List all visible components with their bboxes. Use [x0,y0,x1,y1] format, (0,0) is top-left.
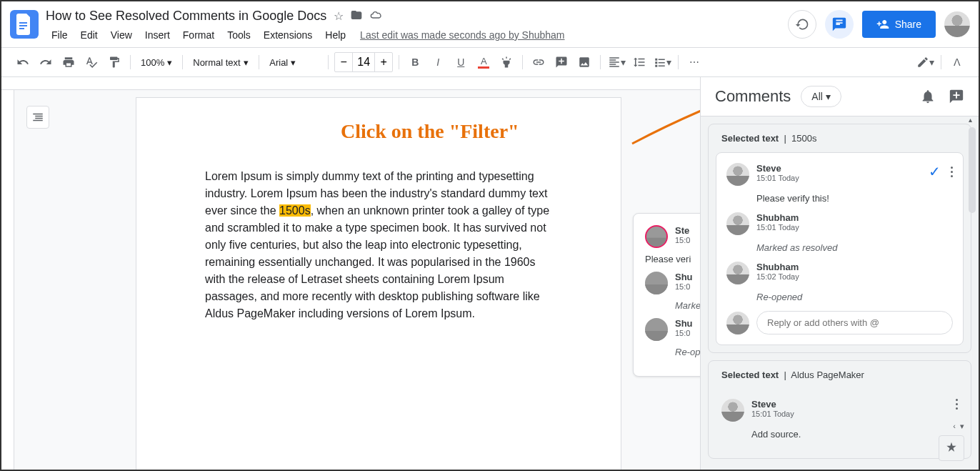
underline-button[interactable]: U [451,52,471,72]
scrollbar[interactable]: ▴ [967,117,977,467]
zoom-select[interactable]: 100%▾ [136,52,176,72]
font-size-increase[interactable]: + [375,56,392,69]
cloud-icon[interactable] [369,9,382,23]
editing-mode-button[interactable]: ▾ [915,52,935,72]
outline-toggle-button[interactable] [26,106,49,129]
comment-time: 15:01 Today [756,174,799,182]
avatar [645,225,668,248]
outline-icon [31,111,44,124]
move-icon[interactable] [351,9,362,23]
font-size-value[interactable]: 14 [352,53,375,71]
comment-menu-button[interactable] [956,399,958,410]
redo-button[interactable] [36,52,56,72]
link-button[interactable] [529,52,549,72]
app-header: How to See Resolved Comments in Google D… [1,1,979,47]
paint-format-button[interactable] [104,52,124,72]
image-button[interactable] [574,52,594,72]
docs-logo[interactable] [10,10,39,39]
user-avatar[interactable] [944,11,970,37]
reply-input[interactable] [756,311,953,334]
scroll-chevrons[interactable]: ‹ ▾ [953,422,964,431]
avatar [726,163,749,186]
comment-time: 15:01 Today [751,410,794,418]
menu-bar: File Edit View Insert Format Tools Exten… [46,26,788,44]
svg-rect-0 [19,22,27,24]
explore-button[interactable] [939,435,964,461]
align-button[interactable]: ▾ [606,52,626,72]
undo-button[interactable] [13,52,33,72]
bold-button[interactable]: B [405,52,425,72]
highlighted-text: 1500s [279,204,311,217]
new-comment-button[interactable] [949,89,964,104]
style-select[interactable]: Normal text▾ [189,52,253,72]
avatar [721,399,744,422]
comments-panel-header: Comments All ▾ [701,77,979,116]
commenter-name: Steve [756,163,799,174]
menu-help[interactable]: Help [319,26,351,44]
collapse-button[interactable]: ᐱ [947,52,967,72]
line-spacing-button[interactable] [629,52,649,72]
menu-insert[interactable]: Insert [139,26,176,44]
main-area: Click on the "Filter" Lorem Ipsum is sim… [1,77,979,470]
menu-format[interactable]: Format [177,26,220,44]
comment-thread[interactable]: Selected text | 1500s Steve 15:01 Today … [708,124,971,353]
comment-body: Please verify this! [756,193,953,204]
history-button[interactable] [788,10,816,39]
print-button[interactable] [59,52,79,72]
document-area: Click on the "Filter" Lorem Ipsum is sim… [1,77,700,470]
checklist-button[interactable]: ▾ [652,52,672,72]
comments-filter-button[interactable]: All ▾ [801,86,841,107]
font-size-control: − 14 + [334,52,393,72]
italic-button[interactable]: I [428,52,448,72]
margin-comment-card[interactable]: Ste15:0 Please veri Shu15:0 Marked as Sh… [633,213,700,377]
menu-file[interactable]: File [46,26,74,44]
scrollbar-thumb[interactable] [969,127,976,213]
spellcheck-button[interactable] [81,52,101,72]
comments-list[interactable]: Selected text | 1500s Steve 15:01 Today … [701,116,979,470]
thread-selected-text: Selected text | 1500s [709,124,971,152]
comment-thread[interactable]: Selected text | Aldus PageMaker Steve 15… [708,360,971,459]
comment-time: 15:01 Today [756,223,799,232]
svg-rect-2 [19,28,24,29]
star-icon[interactable]: ☆ [334,9,344,23]
avatar [726,312,749,334]
horizontal-ruler[interactable] [1,77,700,90]
comment-status: Marked as resolved [756,242,953,253]
share-button[interactable]: Share [862,11,936,38]
filter-label: All [811,91,823,102]
commenter-name: Shubham [756,212,799,223]
last-edit-link[interactable]: Last edit was made seconds ago by Shubha… [360,29,564,41]
vertical-ruler[interactable] [1,90,14,470]
document-page[interactable]: Lorem Ipsum is simply dummy text of the … [136,97,621,470]
comments-toggle-button[interactable] [825,10,854,39]
menu-view[interactable]: View [105,26,138,44]
menu-edit[interactable]: Edit [75,26,104,44]
menu-tools[interactable]: Tools [221,26,256,44]
chevron-down-icon: ▾ [244,57,249,68]
avatar [645,272,668,294]
font-select[interactable]: Arial▾ [265,52,322,72]
chevron-down-icon: ▾ [167,57,172,68]
doc-title[interactable]: How to See Resolved Comments in Google D… [46,9,326,24]
document-text: Lorem Ipsum is simply dummy text of the … [205,168,552,322]
notifications-button[interactable] [920,89,936,104]
menu-extensions[interactable]: Extensions [258,26,318,44]
resolve-button[interactable]: ✓ [929,163,941,180]
highlight-button[interactable] [496,52,516,72]
comments-panel: Comments All ▾ Selected text | 1500s [700,77,979,470]
comment-menu-button[interactable] [951,167,953,177]
comment-status: Marked as [675,300,700,311]
comment-body: Please veri [645,254,700,264]
add-comment-button[interactable] [551,52,571,72]
font-size-decrease[interactable]: − [335,56,352,69]
svg-rect-1 [19,25,27,26]
person-add-icon [876,18,889,31]
comment-status: Re-opened [756,292,953,302]
comment-icon [831,16,847,32]
avatar [726,262,749,284]
comment-body: Add source. [751,429,958,440]
commenter-name: Shubham [756,262,799,272]
comment-status: Re-opened [675,347,700,357]
text-color-button[interactable]: A [474,52,494,72]
more-button[interactable]: ⋯ [684,52,704,72]
